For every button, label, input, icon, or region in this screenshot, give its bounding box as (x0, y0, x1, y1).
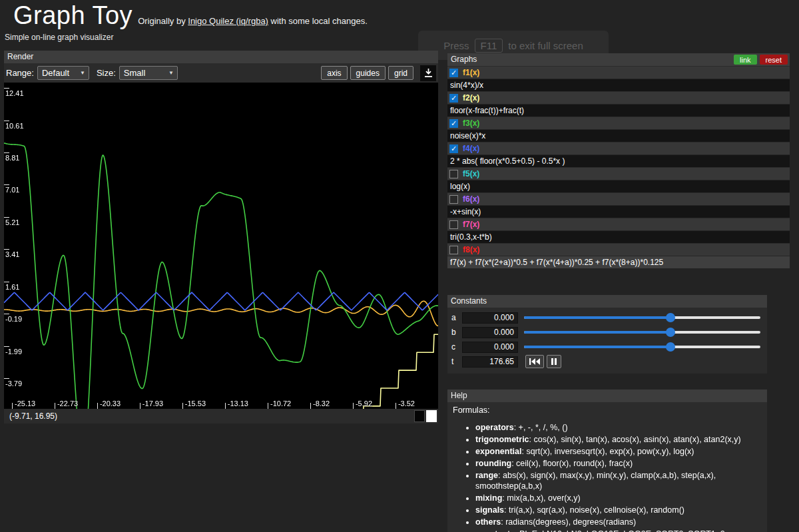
x-tick-label: -3.52 (398, 399, 415, 407)
function-2-checkbox[interactable]: ✓ (449, 94, 458, 103)
function-8-row: f8(x) (447, 243, 790, 256)
render-panel-header: Render (4, 51, 438, 63)
function-6-formula-input[interactable]: -x+sin(x) (447, 205, 790, 218)
x-tick-label: -13.13 (228, 399, 248, 407)
function-2-formula-input[interactable]: floor(x-frac(t))+frac(t) (447, 104, 790, 117)
size-select[interactable]: Small ▼ (119, 66, 178, 80)
guides-button[interactable]: guides (350, 66, 386, 80)
slider-thumb[interactable] (666, 342, 675, 352)
function-5-label: f5(x) (463, 169, 479, 178)
function-7-row: f7(x) (447, 218, 790, 230)
slider-fill (524, 346, 670, 348)
slider-thumb[interactable] (666, 313, 675, 322)
constant-b-name: b (450, 328, 457, 337)
x-tick-label: -15.53 (185, 399, 206, 407)
help-item-constants: constants: PI, E, LN10, LN2, LOG10E, LOG… (475, 529, 762, 532)
function-7-formula-input[interactable]: tri(0.3,x-t*b) (447, 230, 790, 243)
grid-button[interactable]: grid (388, 66, 413, 80)
function-5-row: f5(x) (447, 167, 790, 180)
constant-b-value-input[interactable]: 0.000 (462, 327, 518, 338)
chevron-down-icon: ▼ (80, 70, 85, 76)
function-1-checkbox[interactable]: ✓ (449, 69, 458, 77)
dark-theme-swatch[interactable] (414, 410, 425, 422)
f11-key-badge: F11 (475, 39, 503, 53)
function-4-formula-input[interactable]: 2 * abs( floor(x*0.5+0.5) - 0.5*x ) (447, 154, 790, 167)
constant-c-slider[interactable] (524, 342, 760, 352)
y-tick-label: 5.21 (5, 218, 19, 226)
function-5-formula-input[interactable]: log(x) (447, 180, 790, 192)
help-item-rounding: rounding: ceil(x), floor(x), round(x), f… (475, 458, 762, 469)
pause-button[interactable] (547, 355, 561, 368)
function-6-checkbox[interactable] (449, 195, 458, 204)
constant-a-value-input[interactable]: 0.000 (462, 312, 518, 324)
download-icon (423, 68, 433, 78)
range-select[interactable]: Default ▼ (37, 66, 89, 80)
constant-a-slider[interactable] (524, 312, 760, 323)
render-panel: Render Range: Default ▼ Size: Small ▼ ax… (4, 51, 438, 423)
constant-b-slider[interactable] (524, 327, 760, 338)
x-tick-label: -5.92 (356, 399, 372, 407)
download-button[interactable] (420, 65, 436, 81)
y-tick-label: 1.61 (5, 283, 19, 291)
function-4-checkbox[interactable]: ✓ (449, 144, 458, 153)
help-panel-header: Help (447, 390, 767, 402)
x-tick-label: -10.72 (270, 399, 291, 407)
constants-panel: Constants a0.000b0.000c0.000 t 176.65 (447, 295, 767, 374)
constants-panel-title: Constants (451, 295, 487, 308)
help-item-mixing: mixing: mix(a,b,x), over(x,y) (475, 493, 762, 504)
function-2-label: f2(x) (463, 93, 479, 103)
reset-button[interactable]: reset (760, 55, 788, 65)
function-8-formula-input[interactable]: f7(x) + f7(x*(2+a))*0.5 + f7(x*(4+a))*0.… (447, 256, 790, 268)
y-tick-label: 8.81 (5, 154, 19, 162)
y-tick-label: 12.41 (5, 89, 24, 97)
help-item-others: others: radians(degrees), degrees(radian… (475, 517, 762, 528)
help-item-signals: signals: tri(a,x), sqr(a,x), noise(x), c… (475, 505, 762, 516)
cursor-coordinates: (-9.71, 16.95) (9, 411, 57, 421)
axis-button[interactable]: axis (321, 66, 347, 80)
constant-c-value-input[interactable]: 0.000 (462, 342, 518, 353)
author-link[interactable]: Inigo Quilez (iq/rgba) (188, 16, 268, 26)
function-1-row: ✓f1(x) (447, 66, 790, 79)
chevron-down-icon: ▼ (168, 70, 174, 76)
function-7-checkbox[interactable] (449, 220, 458, 229)
slider-fill (524, 316, 670, 319)
time-value-input[interactable]: 176.65 (462, 356, 518, 368)
function-5-checkbox[interactable] (449, 170, 458, 178)
function-8-checkbox[interactable] (449, 246, 458, 254)
constant-c-name: c (450, 342, 457, 352)
pause-icon (551, 358, 557, 366)
byline-suffix: with some local changes. (268, 16, 368, 26)
constant-a-row: a0.000 (450, 310, 763, 325)
help-panel-title: Help (451, 390, 467, 402)
toast-text-prefix: Press (443, 40, 469, 51)
function-1-formula-input[interactable]: sin(4*x)/x (447, 79, 790, 91)
y-tick-label: 10.61 (5, 122, 24, 130)
slider-thumb[interactable] (666, 328, 675, 337)
function-3-checkbox[interactable]: ✓ (449, 119, 458, 128)
range-label: Range: (6, 68, 34, 78)
size-label: Size: (97, 68, 116, 78)
link-button[interactable]: link (734, 55, 757, 65)
byline-prefix: Originally by (138, 16, 188, 26)
function-6-row: f6(x) (447, 192, 790, 205)
slider-fill (524, 331, 670, 334)
constant-b-row: b0.000 (450, 325, 763, 340)
help-item-operators: operators: +, -, *, /, %, () (475, 422, 762, 433)
graphs-panel: Graphs link reset ✓f1(x)sin(4*x)/x✓f2(x)… (447, 53, 790, 268)
rewind-icon (529, 358, 541, 366)
time-row: t 176.65 (450, 354, 763, 369)
graph-canvas[interactable] (4, 83, 438, 409)
x-tick-label: -25.13 (15, 399, 35, 407)
constant-a-name: a (450, 313, 457, 322)
help-panel: Help Formulas: operators: +, -, *, /, %,… (447, 390, 767, 532)
help-heading: Formulas: (453, 405, 762, 415)
help-list: operators: +, -, *, /, %, ()trigonometri… (453, 422, 762, 532)
light-theme-swatch[interactable] (426, 410, 437, 422)
size-select-value: Small (124, 68, 146, 78)
rewind-button[interactable] (525, 355, 544, 368)
range-select-value: Default (42, 68, 69, 78)
function-2-row: ✓f2(x) (447, 91, 790, 104)
x-tick-label: -22.73 (57, 399, 78, 407)
render-controls: Range: Default ▼ Size: Small ▼ axisguide… (4, 63, 438, 83)
function-3-formula-input[interactable]: noise(x)*x (447, 129, 790, 142)
